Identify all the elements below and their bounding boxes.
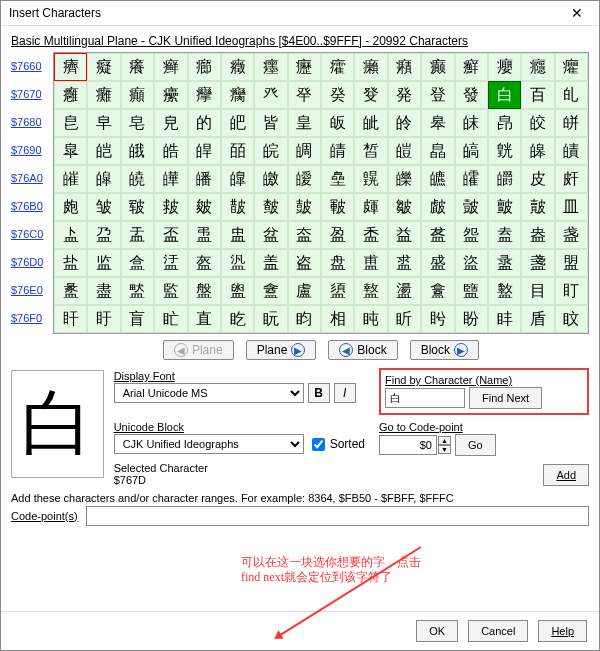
char-cell[interactable]: 皳 [154, 193, 187, 221]
char-cell[interactable]: 白 [488, 81, 521, 109]
char-cell[interactable]: 皾 [521, 193, 554, 221]
char-cell[interactable]: 皶 [254, 193, 287, 221]
char-cell[interactable]: 皽 [488, 193, 521, 221]
char-cell[interactable]: 皯 [555, 165, 588, 193]
char-cell[interactable]: 盾 [521, 305, 554, 333]
char-cell[interactable]: 癲 [121, 81, 154, 109]
char-cell[interactable]: 皬 [455, 165, 488, 193]
char-cell[interactable]: 盬 [455, 277, 488, 305]
char-cell[interactable]: 癡 [87, 53, 120, 81]
block-next-button[interactable]: Block▶ [410, 340, 479, 360]
char-cell[interactable]: 癢 [121, 53, 154, 81]
char-cell[interactable]: 盃 [154, 221, 187, 249]
char-cell[interactable]: 盚 [388, 249, 421, 277]
char-cell[interactable]: 盵 [221, 305, 254, 333]
char-cell[interactable]: 盹 [354, 305, 387, 333]
char-cell[interactable]: 皂 [121, 109, 154, 137]
char-cell[interactable]: 盒 [121, 249, 154, 277]
char-cell[interactable]: 盄 [188, 221, 221, 249]
char-cell[interactable]: 盌 [455, 221, 488, 249]
char-cell[interactable]: 癳 [154, 81, 187, 109]
char-cell[interactable]: 盧 [288, 277, 321, 305]
codepoint-input[interactable] [379, 435, 437, 455]
char-cell[interactable]: 皭 [488, 165, 521, 193]
char-cell[interactable]: 盎 [521, 221, 554, 249]
char-cell[interactable]: 直 [188, 305, 221, 333]
char-cell[interactable]: 皿 [555, 193, 588, 221]
char-cell[interactable]: 盍 [488, 221, 521, 249]
char-cell[interactable]: 盀 [54, 221, 87, 249]
row-code[interactable]: $76E0 [11, 276, 53, 304]
char-cell[interactable]: 癰 [54, 81, 87, 109]
char-cell[interactable]: 皮 [521, 165, 554, 193]
char-cell[interactable]: 盭 [488, 277, 521, 305]
char-cell[interactable]: 癥 [221, 53, 254, 81]
spin-up-icon[interactable]: ▲ [438, 436, 451, 445]
char-cell[interactable]: 皥 [221, 165, 254, 193]
char-cell[interactable]: 盳 [154, 305, 187, 333]
char-cell[interactable]: 盥 [221, 277, 254, 305]
char-cell[interactable]: 癬 [455, 53, 488, 81]
char-cell[interactable]: 盠 [54, 277, 87, 305]
char-cell[interactable]: 皤 [188, 165, 221, 193]
char-cell[interactable]: 癿 [555, 81, 588, 109]
char-cell[interactable]: 盱 [87, 305, 120, 333]
char-cell[interactable]: 癭 [488, 53, 521, 81]
char-cell[interactable]: 皪 [388, 165, 421, 193]
char-cell[interactable]: 盇 [288, 221, 321, 249]
char-cell[interactable]: 癧 [288, 53, 321, 81]
char-cell[interactable]: 盼 [455, 305, 488, 333]
row-code[interactable]: $7680 [11, 108, 53, 136]
char-cell[interactable]: 皆 [254, 109, 287, 137]
char-cell[interactable]: 皍 [488, 109, 521, 137]
plane-next-button[interactable]: Plane▶ [246, 340, 317, 360]
char-cell[interactable]: 皺 [388, 193, 421, 221]
char-cell[interactable]: 盂 [121, 221, 154, 249]
char-cell[interactable]: 盫 [421, 277, 454, 305]
char-cell[interactable]: 盡 [87, 277, 120, 305]
char-cell[interactable]: 盁 [87, 221, 120, 249]
row-code[interactable]: $76F0 [11, 304, 53, 332]
char-cell[interactable]: 皃 [154, 109, 187, 137]
char-cell[interactable]: 盙 [354, 249, 387, 277]
char-cell[interactable]: 皅 [221, 109, 254, 137]
char-cell[interactable]: 皲 [121, 193, 154, 221]
char-cell[interactable]: 癹 [354, 81, 387, 109]
cancel-button[interactable]: Cancel [468, 620, 528, 642]
char-cell[interactable]: 盈 [321, 221, 354, 249]
char-cell[interactable]: 皒 [121, 137, 154, 165]
char-cell[interactable]: 癸 [321, 81, 354, 109]
char-cell[interactable]: 盰 [54, 305, 87, 333]
char-cell[interactable]: 皐 [54, 137, 87, 165]
char-cell[interactable]: 盦 [254, 277, 287, 305]
char-cell[interactable]: 癠 [54, 53, 87, 81]
char-cell[interactable]: 皸 [321, 193, 354, 221]
ok-button[interactable]: OK [416, 620, 458, 642]
char-cell[interactable]: 皖 [254, 137, 287, 165]
close-icon[interactable]: ✕ [563, 5, 591, 21]
char-cell[interactable]: 皌 [455, 109, 488, 137]
char-cell[interactable]: 益 [388, 221, 421, 249]
char-cell[interactable]: 皛 [421, 137, 454, 165]
char-cell[interactable]: 盯 [555, 277, 588, 305]
char-cell[interactable]: 盻 [421, 305, 454, 333]
char-cell[interactable]: 皔 [188, 137, 221, 165]
char-cell[interactable]: 癫 [421, 53, 454, 81]
char-cell[interactable]: 皠 [54, 165, 87, 193]
char-cell[interactable]: 皏 [555, 109, 588, 137]
char-cell[interactable]: 皋 [421, 109, 454, 137]
char-cell[interactable]: 癴 [188, 81, 221, 109]
char-cell[interactable]: 皚 [388, 137, 421, 165]
char-cell[interactable]: 癵 [221, 81, 254, 109]
char-cell[interactable]: 盓 [154, 249, 187, 277]
char-cell[interactable]: 盔 [188, 249, 221, 277]
italic-button[interactable]: I [334, 383, 356, 403]
char-cell[interactable]: 盉 [354, 221, 387, 249]
char-cell[interactable]: 皴 [188, 193, 221, 221]
char-cell[interactable]: 皁 [87, 109, 120, 137]
char-cell[interactable]: 癱 [87, 81, 120, 109]
char-cell[interactable]: 盏 [555, 221, 588, 249]
char-cell[interactable]: 盩 [354, 277, 387, 305]
char-cell[interactable]: 盆 [254, 221, 287, 249]
char-cell[interactable]: 目 [521, 277, 554, 305]
